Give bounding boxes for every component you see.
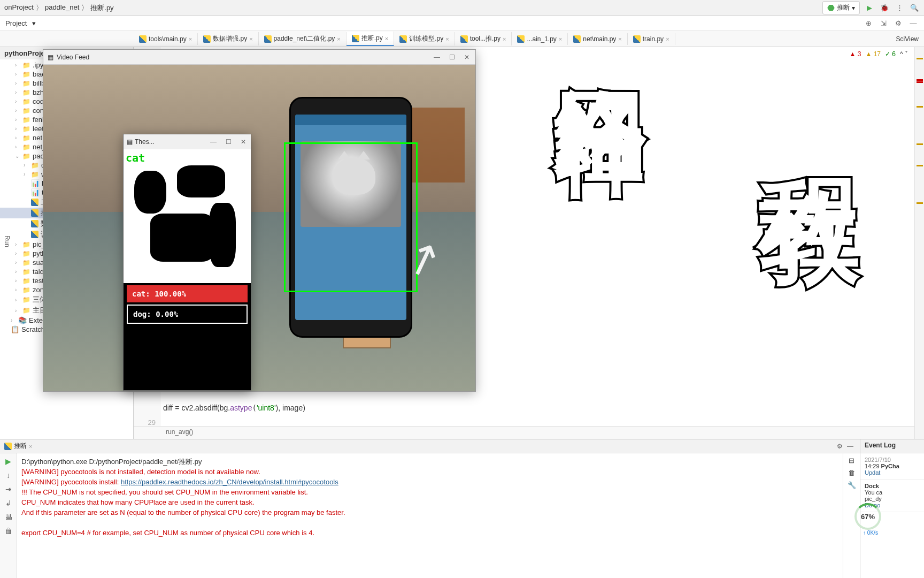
tab-train[interactable]: train.py× xyxy=(628,33,675,45)
code-breadcrumb[interactable]: run_avg() xyxy=(134,426,924,439)
more-run-icon[interactable]: ⋮ xyxy=(894,3,905,13)
event-item[interactable]: 2021/7/10 14:29 PyCha Updat xyxy=(860,453,924,480)
tab-tool-infer[interactable]: tool...推.py× xyxy=(455,32,512,45)
python-icon xyxy=(139,35,147,43)
collapse-icon[interactable]: ⇲ xyxy=(878,18,889,29)
chevron-down-icon: ▾ xyxy=(852,4,855,12)
window-titlebar[interactable]: ▦ Video Feed — ☐ ✕ xyxy=(43,50,475,65)
project-dropdown[interactable]: Project xyxy=(0,19,32,27)
close-icon[interactable]: × xyxy=(666,36,669,42)
project-bar: Project ▾ ⊕ ⇲ ⚙ — xyxy=(0,16,924,31)
run-config-selector[interactable]: ⬣ 推断 ▾ xyxy=(822,1,860,14)
close-button[interactable]: ✕ xyxy=(463,54,471,61)
bug-icon: ⬣ xyxy=(827,3,835,13)
error-indicator[interactable]: ▲ 3 xyxy=(850,50,861,58)
collapse-icon[interactable]: ⊟ xyxy=(849,457,854,465)
event-log-header[interactable]: Event Log xyxy=(860,439,924,453)
close-icon[interactable]: × xyxy=(29,443,32,450)
video-feed-window[interactable]: ▦ Video Feed — ☐ ✕ ↗ xyxy=(43,49,476,392)
tab-binarize[interactable]: paddle_net\二值化.py× xyxy=(259,32,346,45)
wrap-button[interactable]: ↲ xyxy=(4,498,13,508)
python-icon xyxy=(399,35,407,43)
code-line-29[interactable]: diff = cv2.absdiff(bg.astype('uint8'), i… xyxy=(163,404,305,412)
console-output[interactable]: D:\python\python.exe D:/pythonProject/pa… xyxy=(17,453,843,578)
console-line: And if this parameter are set as N (equa… xyxy=(21,507,838,518)
detection-bbox xyxy=(284,142,418,292)
tab-data-aug[interactable]: 数据增强.py× xyxy=(198,32,258,45)
console-line: [WARNING] pycocotools is not installed, … xyxy=(21,467,838,477)
close-icon[interactable]: × xyxy=(385,35,388,42)
hide-icon[interactable]: — xyxy=(845,441,856,452)
wrench-icon[interactable]: 🔧 xyxy=(848,481,856,489)
scroll-button[interactable]: ⇥ xyxy=(4,484,13,494)
video-frame: ↗ xyxy=(43,65,475,391)
python-icon xyxy=(573,35,581,43)
tab-ain1[interactable]: ...ain_1.py× xyxy=(512,33,568,45)
window-title: Video Feed xyxy=(57,54,89,61)
close-icon[interactable]: × xyxy=(559,36,562,42)
sciview-tab[interactable]: SciView xyxy=(891,35,924,43)
breadcrumb[interactable]: onProject〉 paddle_net〉 推断.py xyxy=(4,3,114,13)
close-button[interactable]: ✕ xyxy=(239,138,248,146)
console-line: D:\python\python.exe D:/pythonProject/pa… xyxy=(21,457,838,467)
run-tab[interactable]: 推断× xyxy=(4,442,32,451)
top-toolbar: onProject〉 paddle_net〉 推断.py ⬣ 推断 ▾ ▶ 🐞 … xyxy=(0,0,924,16)
run-tool-label[interactable]: Run xyxy=(3,235,11,247)
minimize-button[interactable]: — xyxy=(433,54,441,61)
window-titlebar[interactable]: ▦ Thes... — ☐ ✕ xyxy=(124,134,251,149)
gear-icon[interactable]: ⚙ xyxy=(893,18,904,29)
maximize-button[interactable]: ☐ xyxy=(448,54,456,61)
console-line: CPU_NUM indicates that how many CPUPlace… xyxy=(21,497,838,507)
rerun-button[interactable]: ▶ xyxy=(4,457,13,466)
maximize-button[interactable]: ☐ xyxy=(224,138,233,146)
gear-icon[interactable]: ⚙ xyxy=(834,441,845,452)
console-line: export CPU_NUM=4 # for example, set CPU_… xyxy=(21,528,838,538)
close-icon[interactable]: × xyxy=(618,36,621,42)
console-line: !!! The CPU_NUM is not specified, you sh… xyxy=(21,487,838,497)
error-stripe[interactable] xyxy=(914,47,924,439)
breadcrumb-2[interactable]: paddle_net xyxy=(45,3,79,13)
close-icon[interactable]: × xyxy=(189,36,192,42)
python-icon xyxy=(460,35,468,43)
minimize-button[interactable]: — xyxy=(209,138,218,146)
chevron-icon[interactable]: ^ ˅ xyxy=(900,50,908,58)
app-icon: ▦ xyxy=(48,54,53,61)
hide-icon[interactable]: — xyxy=(908,18,919,29)
indexing-progress[interactable]: 67% ↑ 0K/s xyxy=(854,503,887,535)
tab-net-main[interactable]: net\main.py× xyxy=(568,33,627,45)
python-icon xyxy=(264,35,272,43)
result-cat: cat: 100.00% xyxy=(127,285,248,302)
stop-button[interactable]: ↓ xyxy=(4,470,13,480)
print-button[interactable]: 🖶 xyxy=(4,512,13,522)
run-button[interactable]: ▶ xyxy=(864,3,875,13)
python-icon xyxy=(517,35,525,43)
tab-infer[interactable]: 推断.py× xyxy=(346,32,394,46)
python-icon xyxy=(203,35,211,43)
console-line: [WARNING] pycocotools install: https://p… xyxy=(21,477,838,487)
target-icon[interactable]: ⊕ xyxy=(863,18,874,29)
warning-indicator[interactable]: ▲ 17 xyxy=(865,50,881,58)
detection-label: cat xyxy=(126,151,145,164)
python-icon xyxy=(633,35,641,43)
threshold-window[interactable]: ▦ Thes... — ☐ ✕ cat cat: 100.00% dog: 0.… xyxy=(123,134,251,391)
inspection-indicators[interactable]: ▲ 3 ▲ 17 ✓ 6 ^ ˅ xyxy=(850,50,908,58)
editor-tabs: tools\main.py× 数据增强.py× paddle_net\二值化.p… xyxy=(0,31,924,47)
trash-icon[interactable]: 🗑 xyxy=(848,469,855,477)
search-icon[interactable]: 🔍 xyxy=(909,3,920,13)
tab-tools-main[interactable]: tools\main.py× xyxy=(134,33,198,45)
close-icon[interactable]: × xyxy=(337,36,340,42)
close-icon[interactable]: × xyxy=(249,36,252,42)
debug-button[interactable]: 🐞 xyxy=(879,3,890,13)
breadcrumb-3[interactable]: 推断.py xyxy=(90,3,113,13)
python-icon xyxy=(352,35,359,42)
close-icon[interactable]: × xyxy=(503,36,506,42)
close-icon[interactable]: × xyxy=(445,36,449,42)
tab-train-model[interactable]: 训练模型.py× xyxy=(394,32,455,45)
python-icon xyxy=(4,443,12,450)
console-link[interactable]: https://paddlex.readthedocs.io/zh_CN/dev… xyxy=(121,478,338,486)
app-icon: ▦ xyxy=(127,138,133,146)
run-toolbar: ▶ ↓ ⇥ ↲ 🖶 🗑 xyxy=(0,453,17,578)
ok-indicator[interactable]: ✓ 6 xyxy=(885,50,896,58)
breadcrumb-1[interactable]: onProject xyxy=(4,3,34,13)
trash-button[interactable]: 🗑 xyxy=(4,526,13,536)
